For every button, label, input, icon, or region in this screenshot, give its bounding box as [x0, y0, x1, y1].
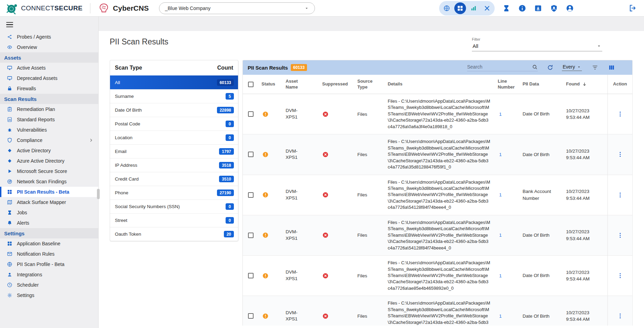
row-checkbox[interactable]: [248, 273, 254, 278]
refresh-interval-dropdown[interactable]: Every: [562, 64, 582, 71]
search-input[interactable]: [467, 64, 532, 70]
line-number-link[interactable]: 1: [499, 112, 502, 117]
scan-type-label: Social Security Numbers (SSN): [115, 204, 180, 209]
sidebar-item-deprecated-assets[interactable]: Deprecated Assets: [0, 73, 98, 83]
column-header-found[interactable]: Found: [563, 75, 607, 94]
suppressed-icon: [322, 151, 329, 158]
row-actions-menu-icon[interactable]: [617, 272, 624, 279]
sidebar-item-integrations[interactable]: Integrations: [0, 269, 98, 280]
asset-name-cell: DVM-XPS1: [286, 229, 303, 242]
suppressed-icon: [322, 273, 329, 279]
sidebar-item-pii-scan-results-beta[interactable]: PII Scan Results - Beta: [0, 187, 98, 197]
scan-type-count-badge: 22898: [217, 107, 234, 113]
search-icon[interactable]: [532, 64, 538, 70]
scan-type-row-date-of-birth[interactable]: Date Of Birth22898: [110, 103, 238, 117]
cybercns-brand: CyberCNS: [98, 2, 149, 14]
hourglass-icon[interactable]: [502, 4, 511, 12]
line-number-link[interactable]: 1: [499, 233, 502, 238]
sidebar-item-application-baseline[interactable]: Application Baseline: [0, 238, 98, 249]
sidebar-item-vulnerabilities[interactable]: Vulnerabilities: [0, 125, 98, 135]
scan-type-row-location[interactable]: Location0: [110, 131, 238, 144]
apps-grid-icon[interactable]: [454, 2, 466, 14]
scan-type-label: Postal Code: [115, 121, 140, 126]
line-number-link[interactable]: 1: [499, 273, 502, 278]
sidebar-item-standard-reports[interactable]: Standard Reports: [0, 114, 98, 125]
sidebar-item-label: Deprecated Assets: [17, 75, 58, 81]
tools-icon[interactable]: [481, 2, 493, 14]
scan-type-label: All: [115, 80, 120, 85]
menu-toggle-icon[interactable]: [6, 22, 13, 27]
sidebar-item-label: Notification Rules: [17, 251, 55, 257]
line-number-link[interactable]: 1: [499, 152, 502, 157]
eye-icon: [7, 44, 12, 50]
row-checkbox[interactable]: [248, 111, 254, 117]
filter-dropdown[interactable]: Filter All: [472, 37, 602, 51]
sidebar-item-alerts[interactable]: Alerts: [0, 218, 98, 228]
table-row: DVM-XPS1 Files Files - C:\Users\dmoon\Ap…: [243, 94, 632, 134]
user-circle-icon[interactable]: [566, 4, 574, 12]
sidebar-item-jobs[interactable]: Jobs: [0, 207, 98, 218]
sidebar-item-settings[interactable]: Settings: [0, 290, 98, 300]
shield-user-icon[interactable]: [550, 4, 558, 12]
scan-type-row-ip-address[interactable]: IP Address3518: [110, 158, 238, 172]
info-icon[interactable]: [518, 4, 526, 12]
sidebar-resize-handle[interactable]: [97, 189, 100, 199]
sidebar-item-label: Integrations: [17, 272, 42, 277]
scan-type-row-phone[interactable]: Phone27190: [110, 186, 238, 199]
row-actions-menu-icon[interactable]: [617, 111, 624, 117]
row-checkbox[interactable]: [248, 313, 254, 319]
table-filter-icon[interactable]: [592, 64, 598, 71]
connectsecure-logo-icon: [6, 2, 18, 14]
scan-type-row-street[interactable]: Street0: [110, 213, 238, 227]
row-checkbox[interactable]: [248, 233, 254, 238]
sidebar-item-label: PII Scan Profile - Beta: [17, 262, 65, 267]
refresh-icon[interactable]: [547, 64, 554, 71]
row-actions-menu-icon[interactable]: [617, 232, 624, 239]
sidebar-item-firewalls[interactable]: Firewalls: [0, 83, 98, 94]
columns-icon[interactable]: [608, 64, 615, 71]
row-actions-menu-icon[interactable]: [617, 312, 624, 319]
scan-type-row-all[interactable]: All60133: [110, 75, 238, 89]
column-header-pii: PII Data: [520, 75, 563, 94]
sidebar-item-azure-active-directory[interactable]: Azure Active Directory: [0, 156, 98, 166]
sidebar-item-pii-scan-profile-beta[interactable]: PII Scan Profile - Beta: [0, 259, 98, 269]
scan-type-row-credit-card[interactable]: Credit Card3510: [110, 172, 238, 186]
monitor-icon: [7, 65, 12, 71]
sidebar-item-attack-surface-mapper[interactable]: Attack Surface Mapper: [0, 197, 98, 207]
scan-type-row-postal-code[interactable]: Postal Code0: [110, 117, 238, 131]
sidebar-item-active-assets[interactable]: Active Assets: [0, 63, 98, 73]
sidebar-item-label: Compliance: [17, 137, 42, 143]
scan-type-row-email[interactable]: Email1797: [110, 144, 238, 158]
line-number-link[interactable]: 1: [499, 314, 502, 319]
scan-type-count-badge: 5: [226, 93, 234, 100]
scan-type-row-surname[interactable]: Surname5: [110, 89, 238, 103]
row-actions-menu-icon[interactable]: [617, 192, 624, 198]
row-checkbox[interactable]: [248, 152, 254, 157]
select-all-checkbox[interactable]: [248, 82, 254, 87]
sidebar-item-scheduler[interactable]: Scheduler: [0, 280, 98, 290]
scan-type-row-oauth-token[interactable]: Oauth Token20: [110, 227, 238, 241]
sidebar-item-probes-agents[interactable]: Probes / Agents: [0, 32, 98, 42]
line-number-link[interactable]: 1: [499, 192, 502, 197]
scan-type-count-badge: 1797: [219, 148, 234, 155]
sidebar-item-overview[interactable]: Overview: [0, 42, 98, 52]
cybercns-brand-text: CyberCNS: [113, 4, 149, 12]
sidebar-item-label: Application Baseline: [17, 241, 60, 246]
sidebar-item-notification-rules[interactable]: Notification Rules: [0, 249, 98, 259]
radar-icon: [7, 179, 12, 184]
company-select[interactable]: _Blue Web Company: [159, 2, 315, 14]
row-checkbox[interactable]: [248, 192, 254, 198]
logout-icon[interactable]: [628, 4, 637, 12]
sidebar-item-microsoft-secure-score[interactable]: Microsoft Secure Score: [0, 166, 98, 176]
sidebar-item-network-scan-findings[interactable]: Network Scan Findings: [0, 176, 98, 187]
bar-chart-icon[interactable]: [468, 2, 479, 14]
sidebar-item-remediation-plan[interactable]: Remediation Plan: [0, 104, 98, 114]
scan-type-label: Credit Card: [115, 176, 139, 182]
scan-type-row-social-security-numbers-ssn[interactable]: Social Security Numbers (SSN)0: [110, 199, 238, 213]
globe-icon[interactable]: [441, 2, 453, 14]
row-actions-menu-icon[interactable]: [617, 151, 624, 158]
sidebar-item-label: Standard Reports: [17, 117, 55, 122]
sidebar-item-compliance[interactable]: Compliance: [0, 135, 98, 145]
download-box-icon[interactable]: [534, 4, 542, 12]
sidebar-item-active-directory[interactable]: Active Directory: [0, 145, 98, 156]
